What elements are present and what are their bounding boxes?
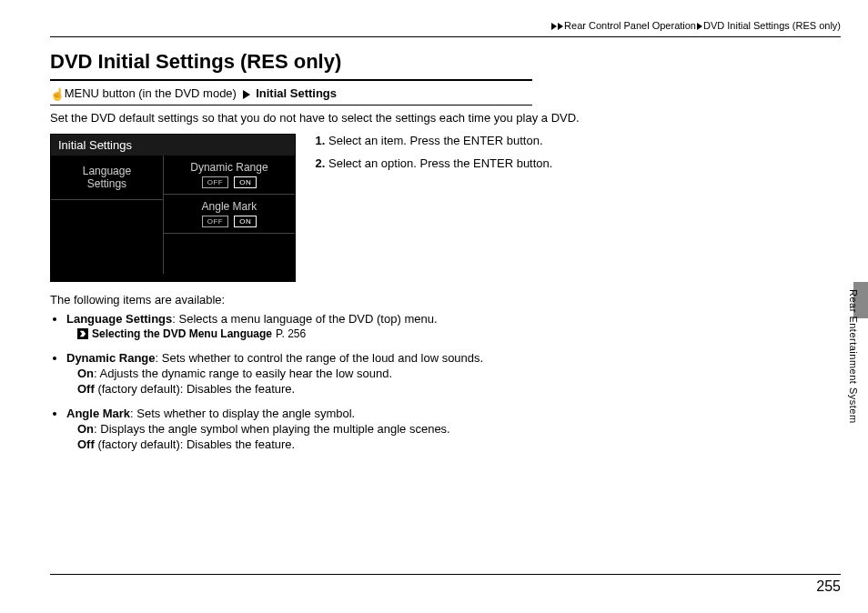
sub-option: Off (factory default): Disables the feat…	[77, 437, 841, 451]
item-desc: : Sets whether to display the angle symb…	[130, 407, 355, 420]
off-indicator: OFF	[202, 176, 229, 188]
item-desc: : Selects a menu language of the DVD (to…	[172, 312, 437, 326]
side-tab-label: Rear Entertainment System	[848, 289, 859, 424]
off-indicator: OFF	[202, 216, 229, 227]
on-indicator: ON	[234, 176, 257, 188]
breadcrumb-section: Rear Control Panel Operation	[564, 20, 696, 31]
breadcrumb-arrow-icon	[551, 23, 557, 30]
option-desc: : Displays the angle symbol when playing…	[94, 422, 450, 436]
screen-right-label: Angle Mark	[202, 200, 257, 213]
footer-divider	[50, 574, 841, 575]
screen-left-item: Language Settings	[51, 156, 163, 200]
available-items-list: Language Settings: Selects a menu langua…	[50, 312, 841, 451]
breadcrumb-arrow-icon	[697, 23, 702, 30]
screen-header: Initial Settings	[51, 135, 295, 156]
option-label: Off	[77, 437, 95, 451]
title-divider	[50, 79, 532, 81]
step-item: Select an option. Press the ENTER button…	[328, 156, 552, 170]
link-arrow-icon	[77, 328, 88, 339]
hand-icon: ☝	[50, 87, 59, 101]
steps-list: Select an item. Press the ENTER button. …	[314, 134, 552, 179]
item-name: Angle Mark	[66, 407, 130, 420]
menu-divider	[50, 105, 532, 106]
intro-text: Set the DVD default settings so that you…	[50, 111, 742, 125]
sub-option: On: Displays the angle symbol when playi…	[77, 422, 841, 436]
option-label: Off	[77, 382, 95, 396]
option-desc: (factory default): Disables the feature.	[95, 382, 295, 396]
option-label: On	[77, 367, 94, 380]
sub-option: Off (factory default): Disables the feat…	[77, 382, 841, 396]
option-desc: : Adjusts the dynamic range to easily he…	[94, 367, 392, 380]
page-title: DVD Initial Settings (RES only)	[50, 50, 841, 74]
screen-left-line2: Settings	[87, 177, 126, 190]
following-heading: The following items are available:	[50, 293, 841, 306]
screen-right-item: Angle Mark OFF ON	[164, 195, 295, 234]
list-item: Angle Mark: Sets whether to display the …	[66, 407, 841, 451]
play-arrow-icon	[243, 90, 250, 99]
cross-reference: Selecting the DVD Menu Language P. 256	[77, 327, 841, 340]
option-desc: (factory default): Disables the feature.	[95, 437, 295, 451]
list-item: Dynamic Range: Sets whether to control t…	[66, 351, 841, 396]
menu-target: Initial Settings	[256, 86, 337, 100]
breadcrumb-page: DVD Initial Settings (RES only)	[703, 20, 841, 31]
ref-page: P. 256	[276, 327, 306, 340]
on-indicator: ON	[234, 216, 257, 227]
sub-option: On: Adjusts the dynamic range to easily …	[77, 367, 841, 380]
menu-path: ☝ MENU button (in the DVD mode) Initial …	[50, 86, 841, 101]
breadcrumb: Rear Control Panel OperationDVD Initial …	[50, 20, 841, 37]
breadcrumb-arrow-icon	[558, 23, 563, 30]
page-number: 255	[816, 578, 841, 595]
list-item: Language Settings: Selects a menu langua…	[66, 312, 841, 340]
item-name: Language Settings	[66, 312, 172, 326]
ref-text: Selecting the DVD Menu Language	[92, 327, 272, 340]
item-desc: : Sets whether to control the range of t…	[156, 351, 484, 365]
dvd-settings-screenshot: Initial Settings Language Settings Dynam…	[50, 134, 296, 282]
screen-right-item: Dynamic Range OFF ON	[164, 156, 295, 195]
screen-right-label: Dynamic Range	[190, 161, 267, 174]
menu-button-text: MENU button (in the DVD mode)	[65, 86, 237, 100]
option-label: On	[77, 422, 94, 436]
item-name: Dynamic Range	[66, 351, 156, 365]
screen-left-line1: Language	[83, 165, 131, 177]
step-item: Select an item. Press the ENTER button.	[328, 134, 552, 147]
